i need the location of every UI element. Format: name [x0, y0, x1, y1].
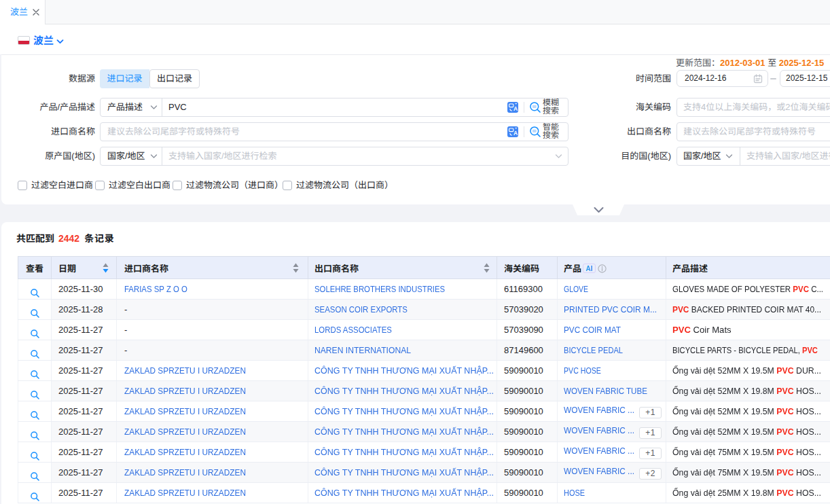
svg-text:A: A	[513, 105, 518, 112]
svg-text:A: A	[513, 130, 518, 137]
